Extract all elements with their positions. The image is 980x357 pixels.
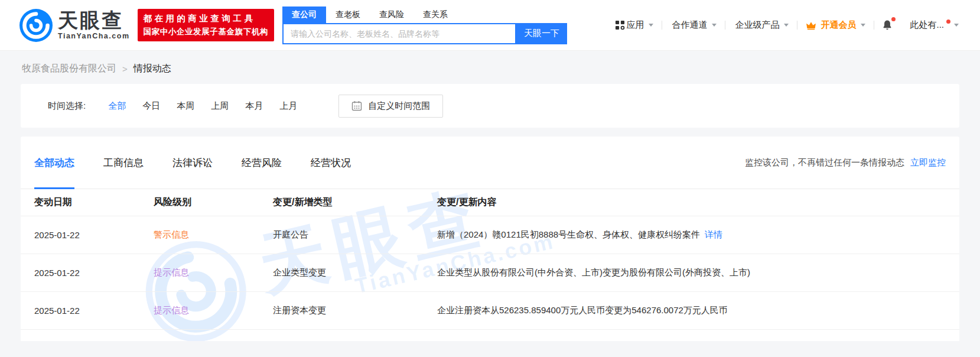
- nav-enterprise-label: 企业级产品: [735, 20, 779, 31]
- search-input[interactable]: [282, 23, 516, 44]
- search-area: 查公司 查老板 查风险 查关系 天眼一下: [282, 7, 567, 44]
- nav-apps[interactable]: 应用: [607, 20, 662, 31]
- chevron-down-icon: [712, 24, 717, 27]
- time-option-last-week[interactable]: 上周: [211, 100, 229, 112]
- search-row: 天眼一下: [282, 23, 567, 44]
- crown-icon: [806, 21, 816, 30]
- breadcrumb-company-link[interactable]: 牧原食品股份有限公司: [22, 63, 116, 75]
- search-tab-boss[interactable]: 查老板: [326, 7, 370, 23]
- tab-all-updates[interactable]: 全部动态: [34, 137, 74, 189]
- feed-tabs: 全部动态 工商信息 法律诉讼 经营风险 经营状况 监控该公司，不再错过任何一条情…: [21, 137, 959, 189]
- time-option-all[interactable]: 全部: [108, 100, 126, 112]
- custom-date-range-label: 自定义时间范围: [368, 100, 430, 112]
- monitor-text: 监控该公司，不再错过任何一条情报动态: [745, 157, 904, 168]
- top-header: 天眼查 TianYanCha.com 都在用的商业查询工具 国家中小企业发展子基…: [0, 0, 980, 51]
- risk-level-badge[interactable]: 提示信息: [154, 267, 273, 278]
- cell-date: 2025-01-22: [34, 230, 154, 240]
- time-option-this-month[interactable]: 本月: [245, 100, 263, 112]
- chevron-down-icon: [861, 24, 865, 27]
- time-option-this-week[interactable]: 本周: [177, 100, 194, 112]
- table-row: 2025-01-22 警示信息 开庭公告 新增（2024）赣0121民初8888…: [21, 216, 959, 254]
- cell-change-content: 新增（2024）赣0121民初8888号生命权、身体权、健康权纠纷案件详情: [437, 229, 946, 241]
- change-content-text: 企业注册资本从526235.859400万元人民币变更为546276.0072万…: [437, 305, 728, 315]
- tab-legal-litigation[interactable]: 法律诉讼: [172, 137, 213, 189]
- brand-domain: TianYanCha.com: [58, 32, 130, 40]
- time-option-today[interactable]: 今日: [142, 100, 160, 112]
- monitor-now-link[interactable]: 立即监控: [910, 157, 946, 168]
- col-header-risk-level: 风险级别: [154, 196, 273, 209]
- intel-feed-card: 天眼查 TianYanCha.com 全部动态 工商信息 法律诉讼 经营风险 经…: [21, 137, 959, 341]
- tab-operation-status[interactable]: 经营状况: [311, 137, 351, 189]
- cell-date: 2025-01-22: [34, 268, 154, 278]
- tab-business-info[interactable]: 工商信息: [103, 137, 144, 189]
- col-header-change-type: 变更/新增类型: [273, 196, 437, 209]
- nav-vip-label: 开通会员: [821, 20, 856, 31]
- nav-vip[interactable]: 开通会员: [797, 20, 874, 31]
- table-row: 2025-01-22 提示信息 企业类型变更 企业类型从股份有限公司(中外合资、…: [21, 254, 959, 292]
- nav-more[interactable]: 此处有...: [900, 20, 967, 31]
- brand-name: 天眼查: [58, 10, 130, 31]
- cell-change-content: 企业注册资本从526235.859400万元人民币变更为546276.0072万…: [437, 305, 946, 316]
- apps-grid-icon: [615, 20, 625, 30]
- nav-more-label: 此处有...: [910, 20, 944, 31]
- search-button[interactable]: 天眼一下: [516, 23, 567, 44]
- detail-link[interactable]: 详情: [705, 229, 722, 239]
- chevron-down-icon: [784, 24, 789, 27]
- cell-change-type: 开庭公告: [273, 229, 437, 241]
- monitor-prompt: 监控该公司，不再错过任何一条情报动态 立即监控: [745, 157, 946, 168]
- change-content-text: 新增（2024）赣0121民初8888号生命权、身体权、健康权纠纷案件: [437, 229, 700, 239]
- search-tab-company[interactable]: 查公司: [282, 7, 326, 23]
- logo-text: 天眼查 TianYanCha.com: [58, 10, 130, 40]
- brand-logo[interactable]: 天眼查 TianYanCha.com: [19, 9, 130, 42]
- time-option-last-month[interactable]: 上月: [279, 100, 297, 112]
- nav-cooperation-label: 合作通道: [672, 20, 707, 31]
- time-filter-options: 全部 今日 本周 上周 本月 上月: [108, 100, 314, 112]
- banner-line1: 都在用的商业查询工具: [144, 13, 269, 24]
- time-filter-card: 时间选择: 全部 今日 本周 上周 本月 上月 自定义时间范围: [21, 84, 959, 128]
- notification-badge-dot: [891, 17, 896, 21]
- nav-notifications[interactable]: [874, 19, 900, 31]
- col-header-date: 变动日期: [34, 196, 154, 209]
- tianyancha-page: 天眼查 TianYanCha.com 都在用的商业查询工具 国家中小企业发展子基…: [0, 0, 980, 357]
- nav-enterprise[interactable]: 企业级产品: [725, 20, 797, 31]
- search-tab-relation[interactable]: 查关系: [414, 7, 457, 23]
- chevron-down-icon: [649, 24, 653, 27]
- search-tab-risk[interactable]: 查风险: [370, 7, 414, 23]
- tianyancha-eye-icon: [19, 9, 53, 42]
- breadcrumb-separator: >: [122, 64, 128, 74]
- col-header-change-content: 变更/更新内容: [437, 196, 946, 209]
- breadcrumb: 牧原食品股份有限公司 > 情报动态: [22, 63, 980, 75]
- chevron-down-icon: [954, 24, 959, 27]
- table-header-row: 变动日期 风险级别 变更/新增类型 变更/更新内容: [21, 189, 959, 216]
- search-tabs: 查公司 查老板 查风险 查关系: [282, 7, 567, 23]
- promo-banner: 都在用的商业查询工具 国家中小企业发展子基金旗下机构: [138, 9, 275, 41]
- change-content-text: 企业类型从股份有限公司(中外合资、上市)变更为股份有限公司(外商投资、上市): [437, 267, 750, 277]
- cell-change-type: 企业类型变更: [273, 267, 437, 278]
- nav-apps-label: 应用: [626, 20, 644, 31]
- banner-line2: 国家中小企业发展子基金旗下机构: [144, 27, 269, 37]
- breadcrumb-current: 情报动态: [134, 63, 171, 75]
- cell-change-content: 企业类型从股份有限公司(中外合资、上市)变更为股份有限公司(外商投资、上市): [437, 267, 946, 278]
- risk-level-badge[interactable]: 提示信息: [154, 305, 273, 316]
- table-row: 2025-01-22 提示信息 注册资本变更 企业注册资本从526235.859…: [21, 292, 959, 330]
- custom-date-range-button[interactable]: 自定义时间范围: [338, 95, 443, 118]
- nav-cooperation[interactable]: 合作通道: [662, 20, 725, 31]
- time-filter-label: 时间选择:: [48, 100, 86, 112]
- cell-date: 2025-01-22: [34, 306, 154, 316]
- tab-operation-risk[interactable]: 经营风险: [242, 137, 282, 189]
- cell-change-type: 注册资本变更: [273, 305, 437, 316]
- calendar-icon: [351, 100, 362, 111]
- header-nav: 应用 合作通道 企业级产品 开通会员: [607, 19, 967, 31]
- more-badge-dot: [946, 20, 950, 24]
- risk-level-badge[interactable]: 警示信息: [154, 229, 273, 241]
